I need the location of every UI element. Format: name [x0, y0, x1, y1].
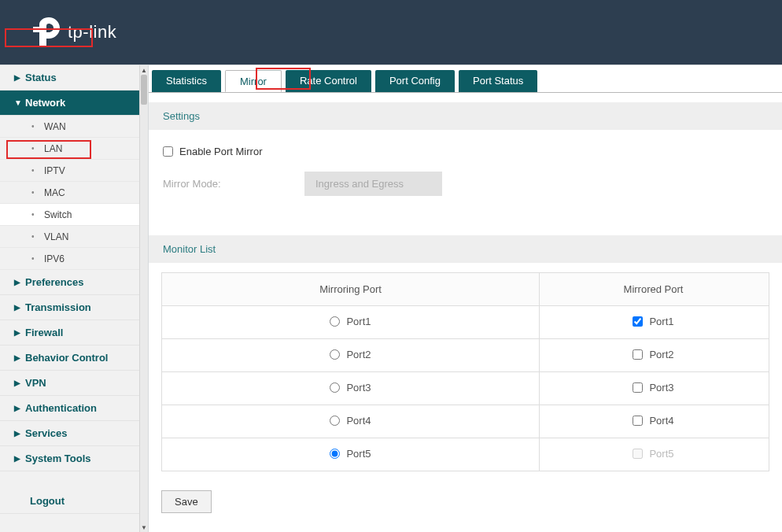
subnav-lan[interactable]: •LAN — [0, 138, 139, 160]
bullet-icon: • — [31, 144, 44, 153]
tab-port-status[interactable]: Port Status — [459, 70, 537, 92]
nav-services[interactable]: ▶Services — [0, 421, 139, 446]
mirrored-checkbox[interactable] — [633, 382, 643, 393]
nav-label: Behavior Control — [25, 352, 108, 364]
nav-label: Transmission — [25, 301, 91, 313]
nav-authentication[interactable]: ▶Authentication — [0, 396, 139, 421]
bullet-icon: • — [31, 254, 44, 263]
header: tp-link — [0, 0, 782, 65]
sidebar-scrollbar[interactable]: ▲ ▼ — [139, 65, 148, 532]
port-label: Port1 — [346, 316, 371, 327]
port-label: Port5 — [346, 448, 371, 460]
subnav-label: Switch — [44, 209, 72, 220]
mirroring-cell: Port2 — [162, 339, 540, 372]
nav-label: Status — [25, 72, 57, 83]
bullet-icon: • — [31, 232, 44, 241]
nav-label: Logout — [30, 495, 65, 507]
scroll-down-icon[interactable]: ▼ — [140, 523, 148, 532]
subnav-ipv6[interactable]: •IPV6 — [0, 248, 139, 270]
save-button[interactable]: Save — [161, 490, 212, 513]
mirrored-cell: Port3 — [540, 372, 769, 405]
nav-system-tools[interactable]: ▶System Tools — [0, 446, 139, 471]
mirroring-radio[interactable] — [330, 382, 340, 393]
mirrored-checkbox[interactable] — [633, 349, 643, 360]
nav-transmission[interactable]: ▶Transmission — [0, 295, 139, 320]
subnav-label: LAN — [44, 143, 62, 154]
port-label: Port2 — [649, 349, 673, 360]
subnav-iptv[interactable]: •IPTV — [0, 160, 139, 182]
bullet-icon: • — [31, 210, 44, 219]
caret-right-icon: ▶ — [14, 429, 25, 438]
subnav-wan[interactable]: •WAN — [0, 116, 139, 138]
subnav-mac[interactable]: •MAC — [0, 182, 139, 204]
caret-right-icon: ▶ — [14, 454, 25, 463]
subnav-vlan[interactable]: •VLAN — [0, 226, 139, 248]
port-label: Port3 — [346, 382, 371, 393]
table-row: Port2Port2 — [162, 339, 769, 372]
mirroring-cell: Port4 — [162, 405, 540, 438]
mirroring-cell: Port5 — [162, 438, 540, 471]
nav-label: Network — [25, 97, 65, 109]
caret-right-icon: ▶ — [14, 303, 25, 312]
nav-label: System Tools — [25, 453, 91, 464]
mirroring-radio[interactable] — [330, 416, 340, 426]
mirroring-cell: Port3 — [162, 372, 540, 405]
sidebar-content: ▶ Status ▼ Network •WAN •LAN •IPTV •MAC … — [0, 65, 148, 514]
monitor-table-wrap: Mirroring Port Mirrored Port Port1Port1P… — [149, 263, 782, 481]
nav-preferences[interactable]: ▶Preferences — [0, 270, 139, 295]
brand-text: tp-link — [68, 22, 116, 42]
mirroring-radio[interactable] — [330, 449, 340, 459]
mirrored-cell: Port5 — [540, 438, 769, 471]
nav-vpn[interactable]: ▶VPN — [0, 371, 139, 396]
tab-statistics[interactable]: Statistics — [152, 70, 221, 92]
scroll-up-icon[interactable]: ▲ — [140, 65, 148, 75]
caret-right-icon: ▶ — [14, 353, 25, 362]
mirroring-radio[interactable] — [330, 316, 340, 327]
caret-right-icon: ▶ — [14, 278, 25, 286]
subnav-label: IPV6 — [44, 253, 65, 264]
mirrored-checkbox[interactable] — [633, 416, 643, 426]
caret-right-icon: ▶ — [14, 379, 25, 387]
tab-port-config[interactable]: Port Config — [375, 70, 455, 92]
enable-port-mirror-row[interactable]: Enable Port Mirror — [163, 146, 262, 157]
subnav-switch[interactable]: •Switch — [0, 204, 139, 226]
mirrored-checkbox[interactable] — [633, 316, 643, 327]
mirrored-cell: Port4 — [540, 405, 769, 438]
settings-body: Enable Port Mirror Mirror Mode: Ingress … — [149, 130, 782, 226]
subnav-label: IPTV — [44, 165, 65, 176]
caret-right-icon: ▶ — [14, 328, 25, 337]
enable-port-mirror-checkbox[interactable] — [163, 146, 173, 157]
scrollbar-thumb[interactable] — [141, 75, 147, 105]
section-settings-header: Settings — [149, 102, 782, 130]
bullet-icon: • — [31, 122, 44, 131]
content: Statistics Mirror Rate Control Port Conf… — [149, 65, 782, 532]
nav-status[interactable]: ▶ Status — [0, 65, 139, 91]
nav-label: Preferences — [25, 276, 83, 288]
table-row: Port3Port3 — [162, 372, 769, 405]
mirrored-cell: Port1 — [540, 306, 769, 339]
port-label: Port4 — [346, 415, 371, 427]
tab-mirror[interactable]: Mirror — [225, 70, 282, 92]
th-mirroring: Mirroring Port — [162, 273, 540, 306]
tplink-logo-icon — [33, 17, 60, 47]
nav-logout[interactable]: Logout — [0, 489, 139, 514]
tab-rate-control[interactable]: Rate Control — [286, 70, 371, 92]
caret-down-icon: ▼ — [14, 98, 25, 107]
section-monitor-header: Monitor List — [149, 235, 782, 263]
th-mirrored: Mirrored Port — [540, 273, 769, 306]
tabs: Statistics Mirror Rate Control Port Conf… — [149, 69, 782, 93]
logo: tp-link — [33, 17, 116, 47]
nav-network[interactable]: ▼ Network — [0, 91, 139, 116]
nav-label: VPN — [25, 377, 46, 389]
port-label: Port4 — [649, 415, 673, 427]
mirrored-checkbox — [633, 449, 643, 459]
save-button-wrap: Save — [149, 481, 782, 523]
nav-firewall[interactable]: ▶Firewall — [0, 320, 139, 345]
port-label: Port1 — [649, 316, 673, 327]
mirrored-cell: Port2 — [540, 339, 769, 372]
sidebar: ▶ Status ▼ Network •WAN •LAN •IPTV •MAC … — [0, 65, 149, 532]
subnav-label: MAC — [44, 187, 65, 198]
mirroring-radio[interactable] — [330, 349, 340, 360]
subnav-network: •WAN •LAN •IPTV •MAC •Switch •VLAN •IPV6 — [0, 116, 139, 270]
nav-behavior-control[interactable]: ▶Behavior Control — [0, 345, 139, 371]
